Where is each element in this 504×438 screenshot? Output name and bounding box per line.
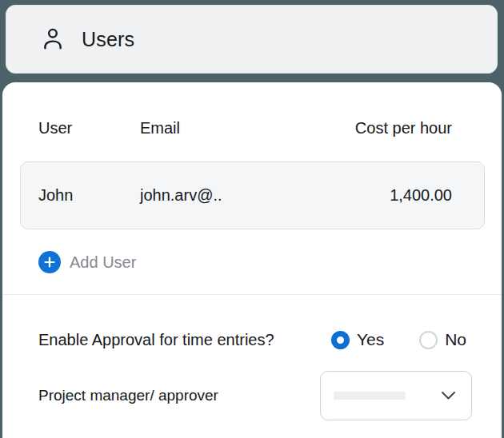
user-email-cell: john.arv@.. <box>140 186 390 205</box>
users-section-header[interactable]: Users <box>6 5 498 74</box>
section-divider <box>2 294 502 295</box>
add-user-label: Add User <box>70 253 136 272</box>
table-header-row: User Email Cost per hour <box>2 82 502 137</box>
users-panel: User Email Cost per hour John john.arv@.… <box>2 82 502 438</box>
table-row[interactable]: John john.arv@.. 1,400.00 <box>20 161 485 229</box>
project-manager-setting-row: Project manager/ approver <box>2 349 502 420</box>
page-title: Users <box>82 28 134 51</box>
column-header-email: Email <box>140 119 355 137</box>
approval-setting-row: Enable Approval for time entries? Yes No <box>2 301 502 349</box>
approval-question-label: Enable Approval for time entries? <box>38 331 274 349</box>
column-header-cost-per-hour: Cost per hour <box>355 119 452 137</box>
radio-option-yes[interactable]: Yes <box>331 330 384 349</box>
radio-yes-label: Yes <box>357 330 384 349</box>
plus-icon <box>38 251 61 273</box>
radio-no-label: No <box>445 330 466 349</box>
users-settings-screen: { "colors": { "page_background": "#4d616… <box>0 0 504 438</box>
approval-radio-group: Yes No <box>331 330 466 349</box>
add-user-button[interactable]: Add User <box>38 251 136 273</box>
radio-unselected-icon[interactable] <box>419 331 438 349</box>
dropdown-placeholder-bar <box>334 392 406 400</box>
user-icon <box>40 26 66 52</box>
column-header-user: User <box>38 119 140 137</box>
user-name-cell: John <box>38 186 140 205</box>
radio-option-no[interactable]: No <box>419 330 466 349</box>
project-manager-label: Project manager/ approver <box>38 387 218 404</box>
user-cost-cell: 1,400.00 <box>390 186 452 205</box>
chevron-down-icon <box>441 391 456 400</box>
radio-selected-icon[interactable] <box>331 331 350 349</box>
project-manager-select[interactable] <box>320 371 472 420</box>
